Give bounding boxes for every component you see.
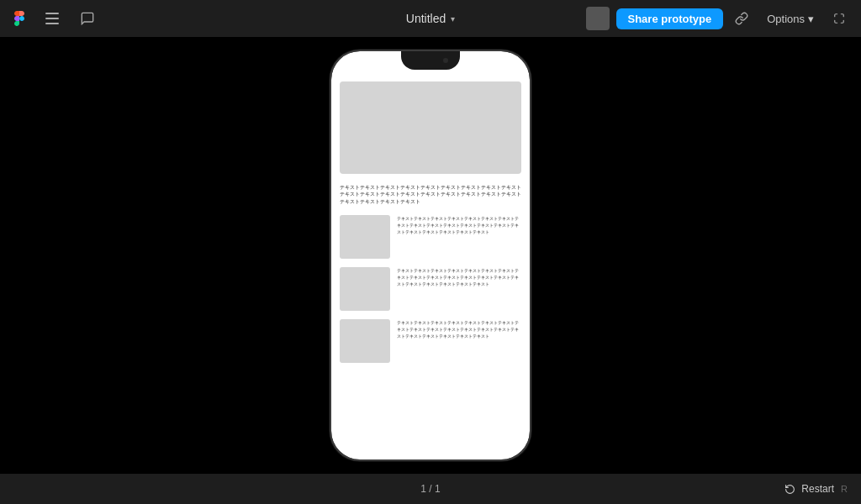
- restart-label: Restart: [801, 483, 834, 495]
- link-icon[interactable]: [730, 7, 753, 30]
- bottom-bar: 1 / 1 Restart R: [0, 474, 861, 504]
- list-item: テキストテキストテキストテキストテキストテキストテキストテキストテキストテキスト…: [340, 267, 521, 311]
- list-item-text: テキストテキストテキストテキストテキストテキストテキストテキストテキストテキスト…: [397, 319, 521, 363]
- phone-notch: [401, 51, 460, 70]
- hero-image-placeholder: [340, 81, 521, 174]
- screen-content: テキストテキストテキストテキストテキストテキストテキストテキストテキストテキスト…: [331, 71, 530, 459]
- options-arrow-icon: ▾: [808, 13, 814, 25]
- avatar[interactable]: [586, 7, 610, 30]
- list-thumbnail: [340, 319, 390, 363]
- svg-rect-1: [45, 18, 59, 19]
- restart-button[interactable]: Restart R: [784, 483, 848, 495]
- share-prototype-button[interactable]: Share prototype: [616, 8, 724, 29]
- svg-rect-0: [45, 13, 59, 14]
- list-item-text: テキストテキストテキストテキストテキストテキストテキストテキストテキストテキスト…: [397, 267, 521, 311]
- list-item-text: テキストテキストテキストテキストテキストテキストテキストテキストテキストテキスト…: [397, 215, 521, 259]
- list-item: テキストテキストテキストテキストテキストテキストテキストテキストテキストテキスト…: [340, 215, 521, 259]
- restart-shortcut: R: [841, 484, 848, 494]
- list-thumbnail: [340, 215, 390, 259]
- options-label: Options: [767, 13, 805, 25]
- phone-screen: テキストテキストテキストテキストテキストテキストテキストテキストテキストテキスト…: [331, 51, 530, 459]
- comment-icon[interactable]: [76, 7, 99, 30]
- topbar-center: Untitled ▾: [406, 12, 455, 25]
- options-button[interactable]: Options ▾: [760, 9, 821, 29]
- svg-rect-2: [45, 23, 59, 24]
- expand-icon[interactable]: [827, 7, 851, 30]
- sidebar-toggle-icon[interactable]: [40, 7, 64, 30]
- topbar: Untitled ▾ Share prototype Options ▾: [0, 0, 861, 37]
- document-title: Untitled: [406, 12, 446, 25]
- body-text-block: テキストテキストテキストテキストテキストテキストテキストテキストテキストテキスト…: [340, 184, 521, 205]
- page-indicator: 1 / 1: [420, 483, 440, 495]
- list-item: テキストテキストテキストテキストテキストテキストテキストテキストテキストテキスト…: [340, 319, 521, 363]
- phone-frame: テキストテキストテキストテキストテキストテキストテキストテキストテキストテキスト…: [330, 50, 531, 461]
- title-dropdown-icon[interactable]: ▾: [451, 14, 455, 24]
- list-thumbnail: [340, 267, 390, 311]
- figma-logo-icon[interactable]: [10, 9, 29, 28]
- topbar-right: Share prototype Options ▾: [586, 7, 852, 30]
- topbar-left: [10, 7, 99, 30]
- main-canvas: テキストテキストテキストテキストテキストテキストテキストテキストテキストテキスト…: [0, 37, 861, 474]
